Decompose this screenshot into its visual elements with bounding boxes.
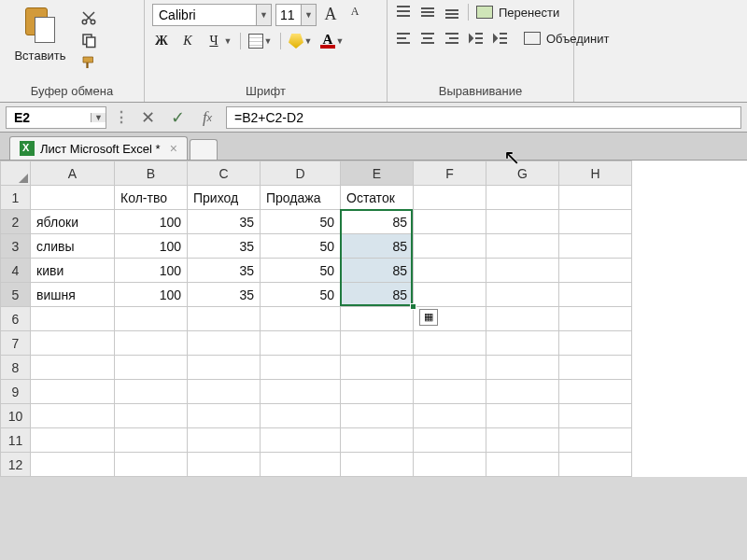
cell[interactable]: [341, 428, 414, 453]
row-header[interactable]: 3: [1, 234, 31, 259]
cell[interactable]: [486, 259, 559, 283]
cell[interactable]: [559, 307, 632, 331]
close-icon[interactable]: ×: [170, 141, 177, 156]
cell[interactable]: 85: [341, 210, 414, 234]
cell[interactable]: [559, 210, 632, 234]
fill-color-button[interactable]: ▼: [289, 34, 313, 49]
cell[interactable]: [414, 404, 486, 428]
cell[interactable]: [261, 356, 341, 380]
accept-icon[interactable]: ✓: [166, 106, 189, 129]
cell[interactable]: [414, 234, 486, 259]
cell-reference-input[interactable]: [7, 110, 91, 125]
cell[interactable]: [115, 356, 188, 380]
cell[interactable]: [559, 283, 632, 307]
column-header[interactable]: A: [31, 161, 115, 186]
copy-icon[interactable]: [78, 32, 99, 49]
cell[interactable]: [261, 453, 341, 477]
cell[interactable]: [261, 404, 341, 428]
cell[interactable]: [341, 380, 414, 404]
borders-button[interactable]: ▼: [248, 34, 273, 49]
cell[interactable]: [486, 428, 559, 453]
font-size-input[interactable]: [276, 5, 301, 25]
column-header[interactable]: H: [559, 161, 632, 186]
cell[interactable]: [414, 428, 486, 453]
bold-button[interactable]: Ж: [152, 32, 171, 50]
cell[interactable]: [486, 234, 559, 259]
align-right-icon[interactable]: [444, 30, 460, 50]
cell[interactable]: [31, 186, 115, 210]
cell[interactable]: [341, 453, 414, 477]
row-header[interactable]: 4: [1, 259, 31, 283]
cell[interactable]: [115, 453, 188, 477]
cell[interactable]: [31, 307, 115, 331]
font-name-select[interactable]: ▼: [152, 4, 272, 26]
fill-handle[interactable]: [410, 303, 416, 310]
cell[interactable]: 100: [115, 283, 188, 307]
cell[interactable]: [115, 404, 188, 428]
cell[interactable]: [115, 428, 188, 453]
cell[interactable]: [414, 259, 486, 283]
decrease-indent-icon[interactable]: [468, 30, 485, 50]
column-header[interactable]: D: [261, 161, 341, 186]
cell[interactable]: 35: [188, 283, 261, 307]
align-top-icon[interactable]: [395, 4, 412, 24]
row-header[interactable]: 6: [1, 307, 31, 331]
cell[interactable]: [559, 380, 632, 404]
cell[interactable]: 85: [341, 259, 414, 283]
paste-button[interactable]: Вставить: [7, 7, 73, 63]
font-color-button[interactable]: A▼: [320, 34, 345, 49]
cell[interactable]: 50: [261, 259, 341, 283]
cell[interactable]: [486, 186, 559, 210]
formula-input[interactable]: [226, 106, 741, 129]
cell[interactable]: [341, 404, 414, 428]
underline-button[interactable]: Ч▼: [204, 32, 233, 50]
cell[interactable]: Приход: [188, 186, 261, 210]
cell[interactable]: киви: [31, 259, 115, 283]
cell[interactable]: [559, 453, 632, 477]
cell[interactable]: [486, 404, 559, 428]
cell[interactable]: [414, 210, 486, 234]
autofill-options-icon[interactable]: ▦: [419, 309, 438, 326]
chevron-down-icon[interactable]: ▼: [91, 113, 106, 122]
cell[interactable]: [486, 453, 559, 477]
cell[interactable]: 85: [341, 283, 414, 307]
cell[interactable]: [31, 453, 115, 477]
cell[interactable]: [414, 331, 486, 356]
row-header[interactable]: 7: [1, 331, 31, 356]
cell[interactable]: [559, 186, 632, 210]
cell[interactable]: Продажа: [261, 186, 341, 210]
cell[interactable]: [115, 380, 188, 404]
cell[interactable]: вишня: [31, 283, 115, 307]
cell[interactable]: 100: [115, 210, 188, 234]
fx-icon[interactable]: fx: [196, 106, 218, 129]
cell[interactable]: [414, 356, 486, 380]
cell[interactable]: 35: [188, 210, 261, 234]
cell[interactable]: 50: [261, 210, 341, 234]
document-tab[interactable]: Лист Microsoft Excel * ×: [9, 136, 188, 160]
cell[interactable]: [341, 356, 414, 380]
cell[interactable]: [188, 331, 261, 356]
name-box[interactable]: ▼: [6, 106, 106, 129]
cell[interactable]: [486, 380, 559, 404]
new-tab-button[interactable]: [190, 139, 218, 160]
cell[interactable]: [188, 453, 261, 477]
column-header[interactable]: F: [414, 161, 486, 186]
align-left-icon[interactable]: [395, 30, 412, 50]
cell[interactable]: [261, 428, 341, 453]
row-header[interactable]: 12: [1, 453, 31, 477]
align-middle-icon[interactable]: [419, 4, 436, 24]
row-header[interactable]: 11: [1, 428, 31, 453]
cell[interactable]: [486, 210, 559, 234]
chevron-down-icon[interactable]: ▼: [256, 5, 271, 25]
cell[interactable]: [188, 307, 261, 331]
cell[interactable]: [31, 380, 115, 404]
cell[interactable]: [261, 380, 341, 404]
cell[interactable]: [188, 356, 261, 380]
row-header[interactable]: 9: [1, 380, 31, 404]
chevron-down-icon[interactable]: ▼: [301, 5, 316, 25]
cell[interactable]: 50: [261, 283, 341, 307]
cell[interactable]: Остаток: [341, 186, 414, 210]
cell[interactable]: [559, 404, 632, 428]
cell[interactable]: [115, 331, 188, 356]
font-size-select[interactable]: ▼: [275, 4, 317, 26]
